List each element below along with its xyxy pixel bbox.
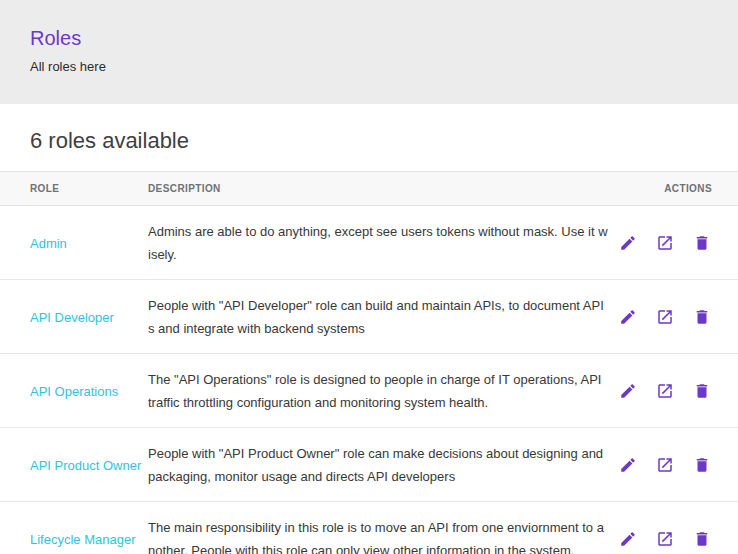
page-subtitle: All roles here: [30, 59, 708, 74]
role-link-admin[interactable]: Admin: [30, 236, 67, 251]
delete-trash-icon: [693, 234, 711, 252]
open-button[interactable]: [656, 234, 674, 252]
roles-table: ROLE DESCRIPTION ACTIONS Admin Admins ar…: [0, 171, 738, 554]
delete-button[interactable]: [693, 456, 711, 474]
edit-pencil-icon: [619, 456, 637, 474]
row-actions: [608, 308, 738, 326]
open-button[interactable]: [656, 308, 674, 326]
open-in-new-icon: [656, 456, 674, 474]
column-header-actions: ACTIONS: [608, 172, 738, 206]
delete-trash-icon: [693, 382, 711, 400]
delete-button[interactable]: [693, 308, 711, 326]
delete-button[interactable]: [693, 234, 711, 252]
page-title: Roles: [30, 26, 708, 50]
edit-pencil-icon: [619, 530, 637, 548]
edit-pencil-icon: [619, 308, 637, 326]
role-description: The "API Operations" role is designed to…: [148, 354, 608, 428]
role-description: Admins are able to do anything, except s…: [148, 206, 608, 280]
edit-button[interactable]: [619, 382, 637, 400]
open-in-new-icon: [656, 234, 674, 252]
role-link-lifecycle-manager[interactable]: Lifecycle Manager: [30, 532, 136, 547]
table-row: API Developer People with "API Developer…: [0, 280, 738, 354]
edit-button[interactable]: [619, 234, 637, 252]
role-link-api-operations[interactable]: API Operations: [30, 384, 118, 399]
delete-button[interactable]: [693, 530, 711, 548]
column-header-description: DESCRIPTION: [148, 172, 608, 206]
open-button[interactable]: [656, 456, 674, 474]
role-description: People with "API Developer" role can bui…: [148, 280, 608, 354]
delete-trash-icon: [693, 308, 711, 326]
delete-trash-icon: [693, 530, 711, 548]
edit-pencil-icon: [619, 382, 637, 400]
row-actions: [608, 530, 738, 548]
open-in-new-icon: [656, 308, 674, 326]
open-in-new-icon: [656, 382, 674, 400]
edit-pencil-icon: [619, 234, 637, 252]
open-button[interactable]: [656, 382, 674, 400]
edit-button[interactable]: [619, 456, 637, 474]
row-actions: [608, 234, 738, 252]
column-header-role: ROLE: [0, 172, 148, 206]
open-in-new-icon: [656, 530, 674, 548]
roles-count-heading: 6 roles available: [30, 127, 708, 154]
row-actions: [608, 456, 738, 474]
open-button[interactable]: [656, 530, 674, 548]
roles-page: Roles All roles here 6 roles available R…: [0, 0, 738, 554]
table-row: Admin Admins are able to do anything, ex…: [0, 206, 738, 280]
table-row: API Operations The "API Operations" role…: [0, 354, 738, 428]
delete-button[interactable]: [693, 382, 711, 400]
edit-button[interactable]: [619, 530, 637, 548]
table-row: Lifecycle Manager The main responsibilit…: [0, 502, 738, 554]
page-header: Roles All roles here: [0, 0, 738, 104]
table-row: API Product Owner People with "API Produ…: [0, 428, 738, 502]
delete-trash-icon: [693, 456, 711, 474]
role-description: The main responsibility in this role is …: [148, 502, 608, 554]
edit-button[interactable]: [619, 308, 637, 326]
role-description: People with "API Product Owner" role can…: [148, 428, 608, 502]
row-actions: [608, 382, 738, 400]
table-header: ROLE DESCRIPTION ACTIONS: [0, 172, 738, 206]
role-link-api-product-owner[interactable]: API Product Owner: [30, 458, 141, 473]
role-link-api-developer[interactable]: API Developer: [30, 310, 114, 325]
